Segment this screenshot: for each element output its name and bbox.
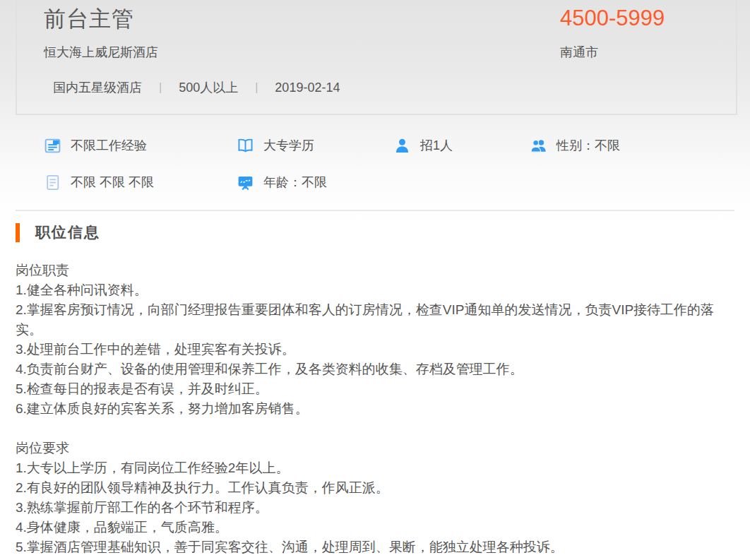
desc-line: 4.身体健康，品貌端正，气质高雅。 (16, 518, 734, 537)
company-type: 国内五星级酒店 (53, 79, 142, 96)
desc-line: 3.熟练掌握前厅部工作的各个环节和程序。 (16, 498, 734, 518)
desc-line: 1.大专以上学历，有同岗位工作经验2年以上。 (16, 458, 734, 478)
experience-icon (44, 137, 61, 155)
section-title: 职位信息 (35, 222, 100, 242)
section-accent-bar (16, 223, 20, 242)
salary-range: 4500-5999 (560, 6, 665, 31)
headcount-icon (393, 137, 411, 155)
job-city: 南通市 (560, 44, 598, 61)
desc-line: 6.建立体质良好的宾客关系，努力增加客房销售。 (16, 399, 734, 419)
education-icon (237, 137, 254, 155)
desc-line: 4.负责前台财产、设备的使用管理和保养工作，及各类资料的收集、存档及管理工作。 (16, 359, 734, 379)
desc-heading-requirements: 岗位要求 (16, 439, 734, 458)
experience-item: 不限工作经验 (44, 137, 237, 155)
desc-heading-duties: 岗位职责 (16, 261, 734, 280)
meta-separator: | (159, 81, 162, 94)
job-requirements-summary: 不限工作经验 大专学历 招1人 (44, 136, 750, 191)
job-description: 岗位职责 1.健全各种问讯资料。 2.掌握客房预订情况，向部门经理报告重要团体和… (16, 261, 734, 557)
category-document-icon (44, 174, 61, 191)
gender-label: 性别：不限 (556, 137, 620, 154)
company-name: 恒大海上威尼斯酒店 (44, 44, 158, 61)
category-label: 不限 不限 不限 (71, 174, 154, 191)
age-icon (237, 174, 254, 191)
age-item: 年龄：不限 (237, 174, 327, 191)
education-label: 大专学历 (263, 137, 314, 154)
headcount-label: 招1人 (420, 137, 453, 154)
headcount-item: 招1人 (393, 137, 530, 155)
education-item: 大专学历 (237, 137, 393, 155)
job-header-panel: 前台主管 恒大海上威尼斯酒店 国内五星级酒店 | 500人以上 | 2019-0… (16, 0, 737, 115)
desc-line: 2.掌握客房预订情况，向部门经理报告重要团体和客人的订房情况，检查VIP通知单的… (16, 300, 734, 340)
category-item: 不限 不限 不限 (44, 174, 237, 191)
desc-blank-line (16, 419, 734, 439)
meta-separator: | (255, 81, 258, 94)
company-size: 500人以上 (179, 79, 238, 96)
page-title: 前台主管 (44, 4, 134, 34)
desc-line: 5.掌握酒店管理基础知识，善于同宾客交往、沟通，处理周到、果断，能独立处理各种投… (16, 537, 734, 557)
age-label: 年龄：不限 (263, 174, 327, 191)
desc-line: 2.有良好的团队领导精神及执行力。工作认真负责，作风正派。 (16, 478, 734, 498)
desc-line: 3.处理前台工作中的差错，处理宾客有关投诉。 (16, 340, 734, 359)
requirements-row-2: 不限 不限 不限 年龄：不限 (44, 173, 750, 191)
requirements-row-1: 不限工作经验 大专学历 招1人 (44, 136, 750, 155)
gender-item: 性别：不限 (530, 137, 620, 155)
section-divider (16, 210, 734, 211)
post-date: 2019-02-14 (275, 81, 340, 95)
desc-line: 5.检查每日的报表是否有误，并及时纠正。 (16, 379, 734, 399)
experience-label: 不限工作经验 (71, 137, 147, 154)
gender-icon (530, 137, 547, 155)
desc-line: 1.健全各种问讯资料。 (16, 280, 734, 300)
company-meta: 国内五星级酒店 | 500人以上 | 2019-02-14 (53, 79, 340, 96)
job-info-section-header: 职位信息 (16, 222, 750, 242)
